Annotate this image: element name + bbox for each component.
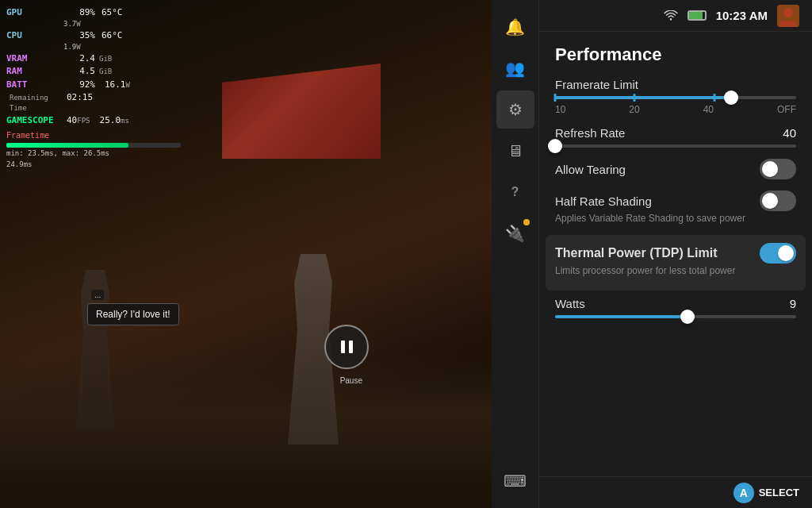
red-awning — [222, 64, 381, 159]
cpu-label: CPU — [6, 29, 63, 41]
pause-icon — [341, 341, 353, 353]
sidebar: 🔔 👥 ⚙ 🖥 ? 🔌 ⌨ — [492, 0, 539, 508]
refresh-rate-section: Refresh Rate 40 — [555, 126, 796, 148]
remaining-label: Remaining Time — [10, 93, 63, 113]
dialogue-bubble: Really? I'd love it! — [87, 303, 179, 325]
frametime-avg: 24.9ms — [6, 160, 181, 170]
pause-label: Pause — [340, 376, 362, 385]
thermal-power-section: Thermal Power (TDP) Limit Limits process… — [546, 235, 806, 291]
sidebar-item-keyboard[interactable]: ⌨ — [496, 462, 534, 500]
framerate-label: Framerate Limit — [555, 78, 638, 91]
select-label: SELECT — [759, 487, 799, 498]
a-button-label: A — [740, 487, 748, 499]
select-hint: A SELECT — [733, 483, 799, 503]
allow-tearing-knob — [762, 161, 778, 177]
sidebar-item-friends[interactable]: 👥 — [496, 49, 534, 87]
street-floor — [0, 349, 492, 508]
dialogue-text: Really? I'd love it! — [96, 309, 170, 320]
label-20: 20 — [629, 104, 639, 115]
thermal-power-description: Limits processor power for less total po… — [555, 265, 796, 276]
refresh-rate-value: 40 — [783, 126, 796, 140]
gpu-watts: 3.7W — [63, 19, 181, 29]
sidebar-item-notification[interactable]: 🔔 — [496, 8, 534, 46]
watts-row: Watts 9 — [555, 297, 796, 310]
tick-10 — [554, 94, 557, 102]
pause-button[interactable] — [324, 325, 369, 369]
thermal-power-knob — [778, 245, 794, 261]
game-viewport: GPU 89% 65°C 3.7W CPU 35% 66°C 1.9W VRAM… — [0, 0, 492, 508]
battery-fill — [689, 12, 703, 19]
allow-tearing-toggle[interactable] — [760, 159, 796, 179]
sidebar-item-settings[interactable]: ⚙ — [496, 90, 534, 129]
half-rate-description: Applies Variable Rate Shading to save po… — [555, 213, 796, 224]
watts-track — [555, 315, 796, 318]
half-rate-section: Half Rate Shading Applies Variable Rate … — [555, 190, 796, 224]
sidebar-item-power[interactable]: 🔌 — [496, 214, 534, 252]
frametime-section: Frametime min: 23.5ms, max: 26.5ms 24.9m… — [6, 129, 181, 170]
batt-label: BATT — [6, 79, 63, 90]
keyboard-icon: ⌨ — [504, 471, 527, 491]
refresh-rate-track — [555, 144, 796, 148]
frametime-stats: min: 23.5ms, max: 26.5ms — [6, 148, 181, 159]
tick-20 — [634, 94, 636, 102]
avatar — [777, 5, 799, 27]
allow-tearing-row: Allow Tearing — [555, 159, 796, 179]
svg-rect-3 — [780, 21, 796, 27]
vram-val: 2.4 — [67, 52, 95, 64]
power-icon: 🔌 — [505, 224, 525, 243]
framerate-track — [555, 96, 796, 99]
half-rate-row: Half Rate Shading — [555, 190, 796, 211]
cpu-pct: 35% — [67, 29, 95, 41]
watts-fill — [555, 315, 688, 318]
performance-panel: Performance Framerate Limit 10 20 40 — [539, 32, 812, 476]
cpu-watts: 1.9W — [63, 42, 181, 52]
watts-label: Watts — [555, 297, 585, 310]
sidebar-item-display[interactable]: 🖥 — [496, 132, 534, 170]
thermal-power-label: Thermal Power (TDP) Limit — [555, 246, 717, 260]
gamescope-ms: 25.0ms — [100, 114, 129, 126]
watts-thumb — [680, 310, 695, 324]
framerate-row: Framerate Limit — [555, 78, 796, 91]
settings-icon: ⚙ — [508, 100, 523, 119]
framerate-fill — [555, 96, 731, 99]
gamescope-fps: 40FPS — [67, 114, 90, 126]
frametime-fill — [6, 143, 128, 148]
svg-point-0 — [669, 18, 671, 20]
performance-title: Performance — [555, 44, 796, 65]
battery-icon — [688, 10, 707, 21]
a-button[interactable]: A — [733, 483, 754, 503]
battery-body — [688, 10, 707, 21]
framerate-thumb — [724, 90, 738, 105]
refresh-rate-slider[interactable] — [555, 144, 796, 148]
watts-value: 9 — [790, 297, 796, 310]
ram-val: 4.5 — [67, 65, 95, 77]
tick-40 — [713, 94, 715, 102]
half-rate-toggle[interactable] — [760, 190, 796, 211]
batt-watts: 16.1W — [105, 79, 130, 90]
framerate-labels: 10 20 40 OFF — [555, 104, 796, 115]
label-off: OFF — [777, 104, 796, 115]
sidebar-item-help[interactable]: ? — [496, 173, 534, 211]
watts-slider[interactable] — [555, 315, 796, 318]
half-rate-label: Half Rate Shading — [555, 194, 652, 208]
half-rate-knob — [762, 193, 778, 209]
ram-label: RAM — [6, 65, 63, 77]
allow-tearing-section: Allow Tearing — [555, 159, 796, 179]
refresh-rate-row: Refresh Rate 40 — [555, 126, 796, 140]
refresh-rate-label: Refresh Rate — [555, 126, 625, 140]
label-40: 40 — [703, 104, 714, 115]
frametime-label: Frametime — [6, 131, 49, 140]
bottom-bar: A SELECT — [539, 476, 812, 508]
allow-tearing-label: Allow Tearing — [555, 163, 626, 176]
watts-section: Watts 9 — [555, 297, 796, 318]
gamescope-label: GAMESCOPE — [6, 114, 63, 126]
status-bar: 10:23 AM — [539, 0, 812, 32]
vram-label: VRAM — [6, 52, 63, 64]
framerate-slider[interactable]: 10 20 40 OFF — [555, 96, 796, 115]
thermal-power-toggle[interactable] — [760, 243, 796, 264]
batt-pct: 92% — [67, 79, 95, 90]
svg-point-2 — [783, 8, 793, 17]
wifi-icon — [664, 10, 678, 21]
framerate-section: Framerate Limit 10 20 40 OFF — [555, 78, 796, 115]
gpu-pct: 89% — [67, 6, 95, 18]
